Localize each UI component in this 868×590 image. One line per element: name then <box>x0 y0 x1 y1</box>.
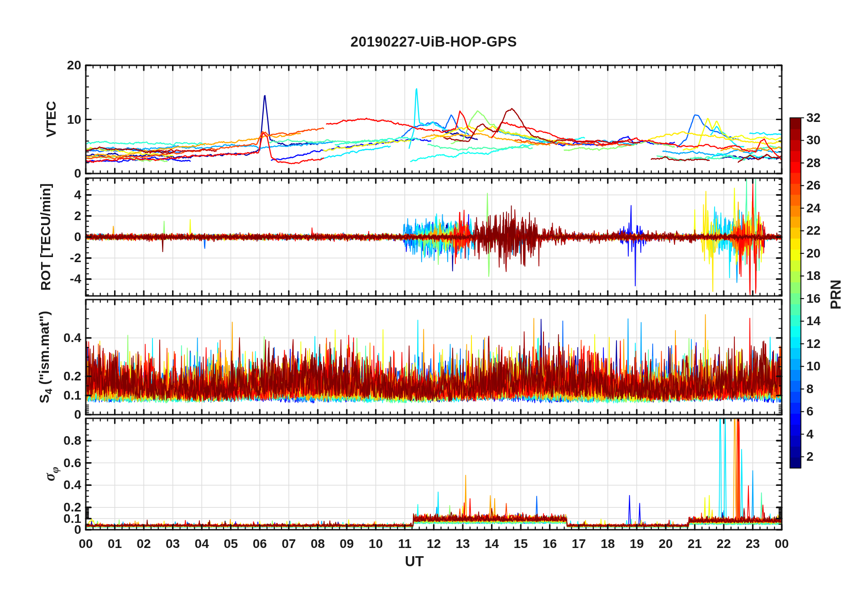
chart-title: 20190227-UiB-HOP-GPS <box>86 34 782 50</box>
x-tick-label: 01 <box>108 537 122 551</box>
colorbar-tick-label: 14 <box>806 314 821 328</box>
colorbar-tick-label: 20 <box>806 246 821 261</box>
colorbar-tick-label: 30 <box>806 133 821 148</box>
x-tick-label: 03 <box>166 537 180 551</box>
x-tick-label: 13 <box>455 537 470 551</box>
x-tick-label: 10 <box>369 537 383 551</box>
x-tick-label: 12 <box>427 537 441 551</box>
x-tick-label: 02 <box>137 537 151 551</box>
x-tick-label: 05 <box>224 537 238 551</box>
x-axis-label: UT <box>405 553 424 570</box>
x-tick-label: 15 <box>514 537 528 551</box>
y-tick-label: 20 <box>67 58 81 73</box>
multipanel-plot-canvas <box>0 0 868 590</box>
y-tick-label: -4 <box>70 272 81 286</box>
x-tick-label: 19 <box>630 537 644 551</box>
y-axis-label-vtec: VTEC <box>43 101 59 137</box>
x-tick-label: 08 <box>311 537 325 551</box>
colorbar-tick-label: 12 <box>806 337 821 351</box>
x-tick-label: 17 <box>572 537 586 551</box>
x-tick-label: 22 <box>716 537 731 551</box>
x-tick-label: 07 <box>282 537 296 551</box>
y-axis-label-sigma-phi: σφ <box>42 467 61 481</box>
x-tick-label: 11 <box>398 537 412 551</box>
x-tick-label: 23 <box>746 537 760 551</box>
y-tick-label: 0 <box>74 230 81 244</box>
colorbar-tick-label: 2 <box>806 449 814 464</box>
x-tick-label: 09 <box>340 537 354 551</box>
colorbar-tick-label: 18 <box>806 269 821 283</box>
y-axis-label-s4: S4 ("ism.mat") <box>37 311 55 403</box>
y-tick-label: 2 <box>74 209 81 223</box>
x-tick-label: 00 <box>774 537 789 551</box>
y-tick-label: 0.8 <box>63 433 81 448</box>
x-tick-label: 06 <box>253 537 267 551</box>
y-tick-label: 0.2 <box>63 369 81 384</box>
x-tick-label: 20 <box>659 537 673 551</box>
colorbar-tick-label: 4 <box>806 427 814 442</box>
colorbar-tick-label: 8 <box>806 382 814 396</box>
x-tick-label: 21 <box>688 537 702 551</box>
x-tick-label: 14 <box>485 537 499 551</box>
colorbar-tick-label: 10 <box>806 359 821 374</box>
y-tick-label: 0 <box>74 166 81 181</box>
colorbar-tick-label: 24 <box>806 201 821 216</box>
x-tick-label: 00 <box>78 537 93 551</box>
y-tick-label: 0.6 <box>63 456 81 470</box>
colorbar-tick-label: 28 <box>806 156 821 170</box>
x-tick-label: 18 <box>601 537 615 551</box>
y-tick-label: 0.4 <box>63 478 81 492</box>
y-tick-label: 0.4 <box>63 331 81 345</box>
y-axis-label-rot: ROT [TECU/min] <box>38 184 53 291</box>
y-tick-label: 0.2 <box>63 500 81 515</box>
colorbar-tick-label: 26 <box>806 178 821 193</box>
y-tick-label: 4 <box>74 188 81 202</box>
x-tick-label: 16 <box>543 537 557 551</box>
x-tick-label: 04 <box>195 537 209 551</box>
colorbar-label: PRN <box>828 279 844 309</box>
y-tick-label: -2 <box>70 251 81 265</box>
y-tick-label: 10 <box>67 112 81 127</box>
colorbar-tick-label: 32 <box>806 111 821 125</box>
y-tick-label: 0.1 <box>63 388 81 403</box>
y-tick-label: 0 <box>74 407 81 422</box>
colorbar-tick-label: 6 <box>806 404 814 419</box>
gps-scintillation-figure: 20190227-UiB-HOP-GPS VTEC ROT [TECU/min]… <box>0 0 868 590</box>
colorbar-tick-label: 16 <box>806 291 821 306</box>
colorbar-tick-label: 22 <box>806 223 821 238</box>
